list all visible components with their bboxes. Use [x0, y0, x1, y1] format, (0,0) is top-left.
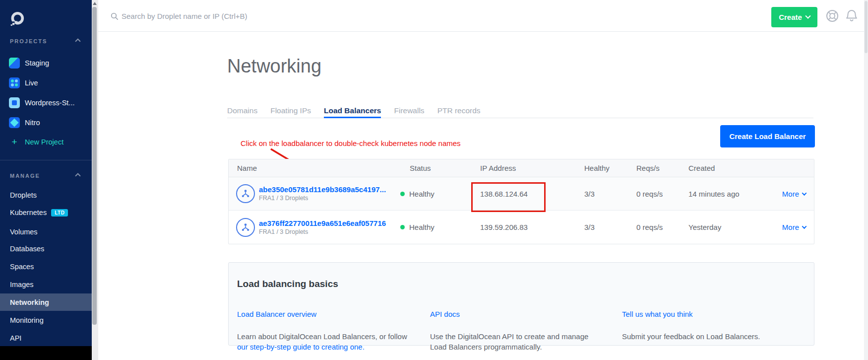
more-menu-button[interactable]: More	[774, 190, 815, 198]
created-time: Yesterday	[688, 223, 774, 231]
load-balancer-region: FRA1 / 3 Droplets	[259, 195, 386, 202]
load-balancers-table: Name Status IP Address Healthy Reqs/s Cr…	[228, 159, 814, 244]
tab-floating-ips[interactable]: Floating IPs	[270, 106, 311, 115]
load-balancer-overview-link[interactable]: Load Balancer overview	[237, 310, 316, 318]
search-icon	[111, 12, 119, 22]
healthy-status-dot	[400, 192, 405, 196]
healthy-count: 3/3	[584, 223, 636, 231]
column-header-healthy: Healthy	[584, 164, 636, 172]
table-row[interactable]: ae376ff22770011e9a651e6eaf057716 FRA1 / …	[229, 211, 814, 244]
sidebar-item-api[interactable]: API	[0, 332, 92, 344]
tell-us-what-you-think-link[interactable]: Tell us what you think	[622, 310, 693, 318]
sidebar-item-networking[interactable]: Networking	[0, 293, 92, 311]
ip-address: 139.59.206.83	[480, 223, 584, 231]
annotation-text: Click on the loadbalancer to double-chec…	[241, 139, 461, 147]
window-bottom-black-area	[0, 346, 92, 360]
projects-section-header: PROJECTS	[10, 38, 92, 44]
collapse-projects-chevron-icon[interactable]	[75, 38, 80, 44]
scrollbar-thumb[interactable]	[865, 1, 868, 53]
tab-ptr-records[interactable]: PTR records	[437, 106, 481, 115]
load-balancer-name-link[interactable]: abe350e05781d11e9b3689a5c4197...	[259, 185, 386, 194]
sidebar-divider	[0, 160, 92, 160]
column-header-created: Created	[688, 164, 774, 172]
page-scrollbar[interactable]	[864, 0, 868, 360]
tab-domains[interactable]: Domains	[227, 106, 257, 115]
create-button[interactable]: Create	[771, 7, 817, 27]
load-balancer-region: FRA1 / 3 Droplets	[259, 228, 386, 236]
step-by-step-guide-link[interactable]: our step-by-step guide to creating one.	[237, 343, 365, 351]
basics-title: Load balancing basics	[237, 279, 338, 289]
project-staging-icon	[9, 58, 20, 69]
status-text: Healthy	[409, 190, 434, 198]
sidebar-project-wordpress[interactable]: Wordpress-St...	[0, 95, 92, 110]
table-row[interactable]: abe350e05781d11e9b3689a5c4197... FRA1 / …	[229, 177, 814, 211]
more-menu-button[interactable]: More	[774, 223, 815, 231]
basics-column-api: API docs Use the DigitalOcean API to cre…	[430, 310, 616, 352]
tab-firewalls[interactable]: Firewalls	[394, 106, 424, 115]
sidebar-item-kubernetes[interactable]: Kubernetes LTD	[0, 207, 92, 218]
scrollbar-thumb[interactable]	[92, 7, 97, 325]
requests-per-second: 0 reqs/s	[636, 190, 688, 198]
status-text: Healthy	[409, 223, 434, 231]
sidebar-item-images[interactable]: Images	[0, 279, 92, 290]
project-live-icon	[9, 77, 20, 88]
sidebar-item-monitoring[interactable]: Monitoring	[0, 314, 92, 326]
sidebar-project-staging[interactable]: Staging	[0, 56, 92, 71]
healthy-status-dot	[400, 225, 405, 229]
project-nitro-icon	[9, 117, 20, 128]
scrollbar-up-arrow-icon[interactable]	[93, 2, 97, 5]
sidebar-scrollbar[interactable]	[92, 0, 98, 360]
topbar: Create	[98, 0, 868, 32]
new-project-button[interactable]: + New Project	[0, 135, 92, 149]
ip-address: 138.68.124.64	[480, 190, 584, 198]
table-header-row: Name Status IP Address Healthy Reqs/s Cr…	[229, 159, 814, 177]
basics-column-overview: Load Balancer overview Learn about Digit…	[237, 310, 423, 352]
created-time: 14 minutes ago	[688, 190, 774, 198]
api-docs-link[interactable]: API docs	[430, 310, 460, 318]
sidebar: PROJECTS Staging Live Wordpress-St... Ni…	[0, 0, 92, 346]
networking-tabs: Domains Floating IPs Load Balancers Fire…	[227, 106, 813, 118]
requests-per-second: 0 reqs/s	[636, 223, 688, 231]
project-wordpress-icon	[9, 97, 20, 108]
digitalocean-console: PROJECTS Staging Live Wordpress-St... Ni…	[0, 0, 868, 360]
load-balancing-basics-panel: Load balancing basics Load Balancer over…	[228, 262, 814, 346]
load-balancer-icon	[236, 218, 255, 237]
digitalocean-logo-icon[interactable]	[9, 10, 25, 29]
sidebar-item-spaces[interactable]: Spaces	[0, 261, 92, 273]
column-header-status: Status	[400, 164, 480, 172]
search-input[interactable]	[122, 8, 469, 23]
load-balancer-icon	[236, 184, 255, 203]
column-header-ip: IP Address	[480, 164, 584, 172]
sidebar-item-volumes[interactable]: Volumes	[0, 226, 92, 238]
help-lifering-icon[interactable]	[825, 8, 840, 25]
chevron-down-icon	[802, 191, 807, 196]
sidebar-item-droplets[interactable]: Droplets	[0, 189, 92, 201]
healthy-count: 3/3	[584, 190, 636, 198]
collapse-manage-chevron-icon[interactable]	[75, 173, 80, 178]
basics-column-feedback: Tell us what you think Submit your feedb…	[622, 310, 808, 342]
manage-section-header: MANAGE	[10, 173, 92, 179]
chevron-down-icon	[805, 13, 810, 18]
sidebar-project-nitro[interactable]: Nitro	[0, 115, 92, 130]
ltd-badge: LTD	[51, 209, 68, 216]
plus-icon: +	[9, 137, 20, 147]
create-load-balancer-button[interactable]: Create Load Balancer	[720, 125, 815, 147]
main-content: Networking Domains Floating IPs Load Bal…	[98, 32, 868, 360]
page-title: Networking	[227, 56, 321, 77]
column-header-name: Name	[229, 164, 400, 172]
sidebar-item-databases[interactable]: Databases	[0, 243, 92, 255]
column-header-reqs: Reqs/s	[636, 164, 688, 172]
load-balancer-name-link[interactable]: ae376ff22770011e9a651e6eaf057716	[259, 219, 386, 227]
chevron-down-icon	[802, 224, 807, 229]
notifications-bell-icon[interactable]	[845, 8, 859, 25]
tab-load-balancers[interactable]: Load Balancers	[324, 106, 381, 115]
sidebar-project-live[interactable]: Live	[0, 75, 92, 90]
